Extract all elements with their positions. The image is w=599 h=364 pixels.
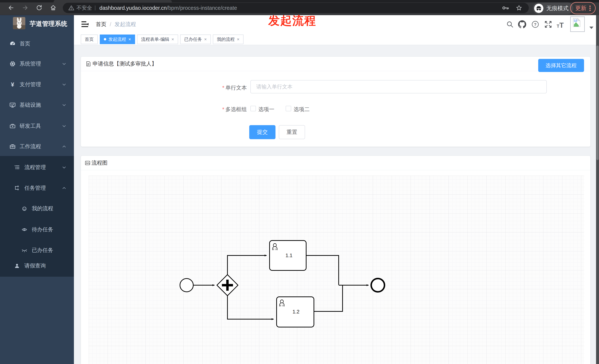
browser-active-tab[interactable]	[53, 0, 172, 2]
sidebar-item-system[interactable]: 系统管理	[0, 53, 74, 74]
apply-info-card: 申请信息【测试多审批人】 选择其它流程 *单行文本 *多选框组 选项一 选项二 …	[81, 57, 590, 147]
security-label[interactable]: 不安全	[77, 4, 92, 11]
main-content: 申请信息【测试多审批人】 选择其它流程 *单行文本 *多选框组 选项一 选项二 …	[74, 45, 596, 364]
search-icon[interactable]	[506, 20, 514, 28]
font-size-icon[interactable]: TT	[557, 21, 565, 30]
sidebar-item-task-mgmt[interactable]: 任务管理	[0, 178, 74, 198]
warning-icon[interactable]	[68, 5, 74, 11]
browser-menu-icon[interactable]	[589, 5, 591, 12]
checkbox-option-1[interactable]	[250, 106, 256, 111]
toolbox-icon	[9, 123, 16, 129]
forward-icon[interactable]	[22, 4, 28, 11]
single-line-text-input[interactable]	[250, 80, 547, 93]
sidebar-item-infra[interactable]: 基础设施	[0, 95, 74, 115]
chevron-up-icon	[62, 186, 66, 190]
sidebar-item-label: 支付管理	[20, 81, 41, 88]
sidebar-item-home[interactable]: 首页	[0, 34, 74, 54]
briefcase-icon	[9, 143, 16, 150]
breadcrumb: 首页 / 发起流程	[96, 15, 136, 34]
close-icon[interactable]: ×	[171, 37, 174, 42]
bpmn-start-event[interactable]	[180, 279, 193, 292]
sidebar-item-label: 研发工具	[20, 122, 41, 130]
sidebar-item-devtools[interactable]: 研发工具	[0, 116, 74, 136]
process-diagram-card: 流程图	[81, 156, 590, 364]
required-asterisk: *	[222, 106, 224, 112]
sidebar-item-todo-tasks[interactable]: 待办任务	[0, 219, 74, 240]
sidebar-item-label: 基础设施	[20, 101, 41, 109]
close-icon[interactable]: ×	[237, 37, 239, 42]
url-path[interactable]: /bpm/process-instance/create	[167, 5, 237, 11]
monitor-icon	[9, 102, 16, 108]
help-icon[interactable]: ?	[531, 20, 539, 28]
reload-icon[interactable]	[36, 4, 43, 11]
bpmn-parallel-gateway[interactable]	[217, 275, 238, 296]
url-host[interactable]: dashboard.yudao.iocoder.cn	[99, 5, 167, 11]
eye-closed-icon	[21, 247, 28, 253]
avatar[interactable]	[570, 17, 585, 32]
home-icon[interactable]	[50, 4, 57, 11]
yen-icon: ¥	[9, 81, 16, 88]
sidebar-item-label: 工作流程	[20, 143, 41, 150]
sidebar-item-label: 任务管理	[24, 184, 46, 192]
sidebar-item-leave-query[interactable]: 请假查询	[0, 255, 74, 276]
browser-update-button[interactable]: 更新	[570, 2, 596, 14]
scrollbar-thumb[interactable]	[596, 46, 599, 160]
update-label[interactable]: 更新	[575, 4, 586, 12]
tab-home[interactable]: 首页	[81, 34, 98, 44]
reset-button[interactable]: 重置	[279, 125, 305, 139]
address-bar[interactable]: 不安全 dashboard.yudao.iocoder.cn/bpm/proce…	[63, 3, 529, 13]
sidebar-item-my-process[interactable]: 我的流程	[0, 198, 74, 219]
sidebar-item-label: 待办任务	[32, 226, 53, 233]
key-icon[interactable]	[502, 5, 510, 10]
tab-my-process[interactable]: 我的流程 ×	[213, 34, 244, 44]
avatar-dropdown-caret[interactable]	[589, 26, 593, 29]
browser-toolbar: 不安全 dashboard.yudao.iocoder.cn/bpm/proce…	[0, 0, 599, 15]
card-title: 流程图	[91, 159, 107, 167]
incognito-icon	[534, 4, 543, 13]
sidebar-item-process-mgmt[interactable]: 流程管理	[0, 157, 74, 178]
back-icon[interactable]	[8, 4, 14, 11]
card-header: 流程图	[81, 156, 590, 170]
breadcrumb-separator: /	[110, 21, 111, 27]
tab-done-tasks[interactable]: 已办任务 ×	[180, 34, 211, 44]
tab-form-edit[interactable]: 流程表单-编辑 ×	[137, 34, 178, 44]
sidebar-fold-icon[interactable]	[81, 20, 89, 28]
browser-tab-strip	[0, 0, 599, 2]
sidebar-item-workflow[interactable]: 工作流程	[0, 136, 74, 157]
broken-image-icon	[572, 18, 582, 28]
gear-icon	[9, 60, 16, 67]
app-logo-rabbit	[13, 17, 25, 29]
sidebar-item-label: 流程管理	[24, 164, 46, 171]
github-icon[interactable]	[518, 20, 526, 28]
close-icon[interactable]: ×	[128, 37, 131, 42]
top-header: 首页 / 发起流程 ? TT	[74, 15, 596, 34]
page-scrollbar[interactable]	[596, 15, 599, 364]
tab-create-process[interactable]: 发起流程 ×	[100, 34, 135, 44]
bpmn-user-task-1[interactable]: 1.1	[270, 240, 306, 271]
sidebar: 芋道管理系统 首页 系统管理 ¥ 支付管理 基础设施 研发工具	[0, 15, 74, 364]
submit-button[interactable]: 提交	[249, 125, 275, 139]
bpmn-canvas[interactable]: 1.1 1.2	[89, 176, 584, 364]
sidebar-item-payment[interactable]: ¥ 支付管理	[0, 74, 74, 95]
sidebar-item-label: 首页	[20, 40, 30, 47]
checkbox-label-2[interactable]: 选项二	[294, 106, 310, 113]
breadcrumb-home[interactable]: 首页	[96, 21, 106, 28]
tags-view-bar: 首页 发起流程 × 流程表单-编辑 × 已办任务 × 我的流程 ×	[74, 34, 596, 45]
bpmn-end-event[interactable]	[371, 279, 385, 292]
bookmark-star-icon[interactable]	[516, 5, 522, 11]
single-line-text-field[interactable]	[250, 80, 547, 93]
close-icon[interactable]: ×	[204, 37, 207, 42]
chevron-up-icon	[62, 144, 66, 149]
tab-label: 流程表单-编辑	[141, 36, 169, 42]
choose-other-process-button[interactable]: 选择其它流程	[538, 59, 584, 72]
chevron-down-icon	[62, 165, 66, 169]
fullscreen-icon[interactable]	[544, 20, 552, 28]
sidebar-item-label: 请假查询	[24, 262, 46, 270]
sidebar-item-label: 系统管理	[20, 60, 41, 68]
list-tree-icon	[14, 164, 21, 170]
bpmn-user-task-2[interactable]: 1.2	[277, 297, 314, 327]
checkbox-option-2[interactable]	[286, 106, 291, 111]
checkbox-label-1[interactable]: 选项一	[258, 106, 274, 113]
chevron-down-icon	[62, 62, 66, 66]
svg-text:?: ?	[534, 22, 536, 27]
